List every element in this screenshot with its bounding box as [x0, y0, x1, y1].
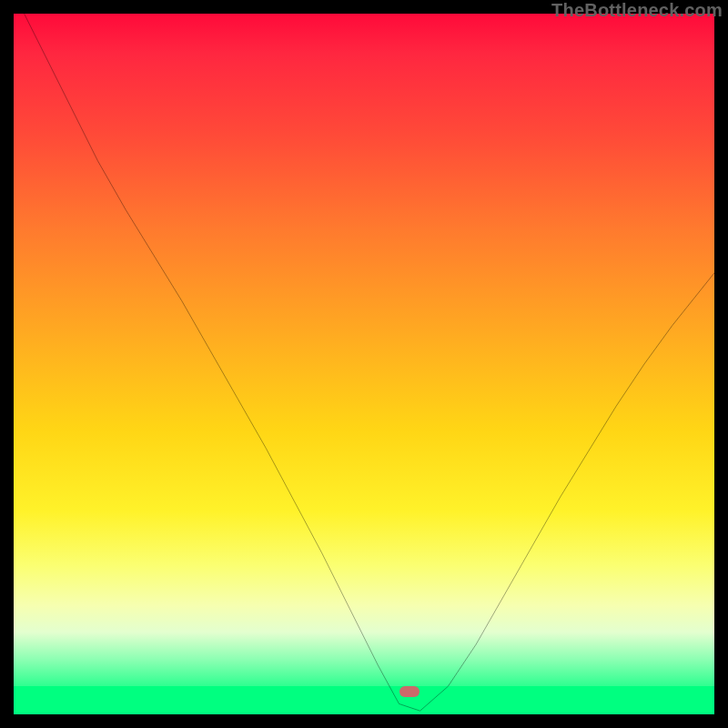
plot-area [14, 14, 714, 714]
minimum-marker [399, 686, 420, 697]
bottleneck-curve [14, 14, 714, 714]
watermark-text: TheBottleneck.com [551, 0, 723, 21]
chart-stage: TheBottleneck.com [0, 0, 728, 728]
curve-path [14, 14, 714, 711]
